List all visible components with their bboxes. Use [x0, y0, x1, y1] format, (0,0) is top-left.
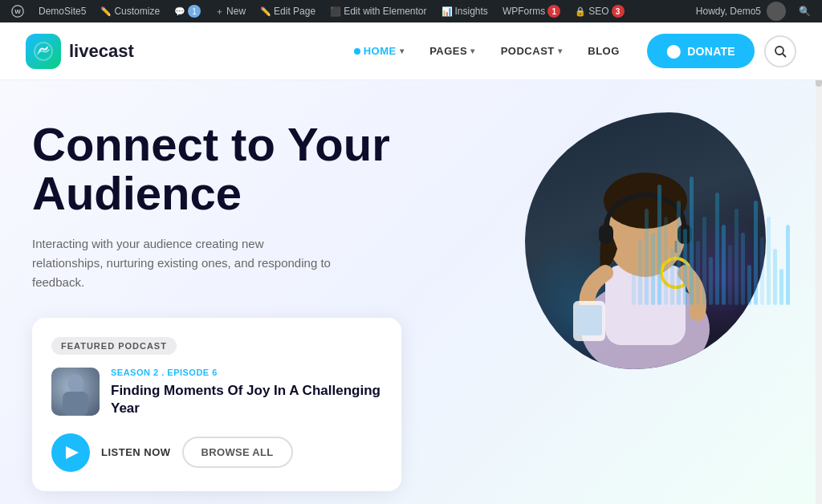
wave-bar — [683, 229, 687, 305]
wave-bar — [645, 209, 649, 305]
nav-podcast[interactable]: PODCAST ▾ — [490, 39, 574, 63]
episode-label: SEASON 2 . EPISODE 6 — [111, 368, 382, 377]
episode-info: SEASON 2 . EPISODE 6 Finding Moments Of … — [51, 368, 382, 417]
episode-thumb-image — [51, 368, 100, 416]
site-name[interactable]: DemoSite5 — [34, 0, 91, 22]
hero-image-area — [469, 96, 790, 401]
hero-subtitle: Interacting with your audience creating … — [32, 234, 337, 292]
search-admin-link[interactable]: 🔍 — [794, 6, 816, 17]
insights-link[interactable]: 📊 Insights — [437, 0, 493, 22]
nav-links: HOME ▾ PAGES ▾ PODCAST ▾ BLOG — [343, 39, 631, 63]
donate-button[interactable]: ⬤ DONATE — [647, 34, 755, 68]
nav-blog[interactable]: BLOG — [576, 39, 631, 63]
featured-podcast-card: FEATURED PODCAST SEASON 2 . EPISODE 6 Fi — [32, 318, 401, 491]
patreon-icon: ⬤ — [666, 43, 681, 59]
wave-bar — [735, 209, 739, 305]
browse-all-button[interactable]: BROWSE ALL — [182, 437, 293, 468]
seo-link[interactable]: 🔒 SEO 3 — [570, 0, 629, 22]
featured-badge: FEATURED PODCAST — [51, 337, 177, 355]
nav-home[interactable]: HOME ▾ — [343, 39, 416, 63]
svg-rect-17 — [576, 305, 602, 335]
listen-now-button[interactable]: LISTEN NOW — [101, 443, 171, 461]
main-nav: livecast HOME ▾ PAGES ▾ PODCAST ▾ BLOG ⬤… — [0, 22, 822, 80]
wave-bar — [709, 257, 713, 305]
wave-bar — [632, 273, 636, 305]
wave-bar — [690, 177, 694, 305]
nav-pages[interactable]: PAGES ▾ — [418, 39, 486, 63]
avatar — [767, 2, 786, 21]
logo-text: livecast — [69, 41, 134, 62]
wp-logo[interactable]: W — [6, 0, 29, 22]
wave-bar — [702, 217, 706, 305]
svg-line-4 — [783, 54, 786, 57]
svg-text:W: W — [14, 8, 21, 15]
wave-bar — [651, 233, 655, 305]
hero-title: Connect to Your Audience — [32, 120, 417, 218]
play-icon — [66, 446, 79, 459]
wave-bar — [664, 217, 668, 305]
wave-bar — [741, 233, 745, 305]
play-button[interactable] — [51, 433, 90, 472]
hero-section: Connect to Your Audience Interacting wit… — [0, 80, 822, 504]
card-actions: LISTEN NOW BROWSE ALL — [51, 433, 382, 472]
wave-bar — [715, 193, 719, 305]
chevron-down-icon: ▾ — [400, 47, 405, 55]
wave-bar — [728, 245, 732, 305]
edit-page-link[interactable]: ✏️ Edit Page — [255, 0, 320, 22]
svg-point-5 — [67, 374, 83, 393]
chevron-down-icon: ▾ — [470, 47, 475, 55]
episode-thumbnail — [51, 368, 100, 416]
logo-icon[interactable] — [26, 34, 61, 69]
wave-bar — [754, 201, 758, 305]
chevron-down-icon: ▾ — [558, 47, 563, 55]
wave-bar — [657, 185, 661, 305]
admin-bar: W DemoSite5 ✏️ Customize 💬 1 ＋ New ✏️ Ed… — [0, 0, 822, 22]
edit-elementor-link[interactable]: ⬛ Edit with Elementor — [325, 0, 431, 22]
episode-title: Finding Moments Of Joy In A Challenging … — [111, 382, 382, 417]
wave-bar — [722, 225, 726, 305]
wave-bar — [779, 269, 783, 305]
comments-link[interactable]: 💬 1 — [169, 0, 206, 22]
wave-bar — [670, 249, 674, 305]
wave-bar — [760, 237, 764, 305]
wave-bar — [638, 241, 642, 305]
wpforms-link[interactable]: WPForms 1 — [498, 0, 565, 22]
wave-bar — [696, 241, 700, 305]
logo-area: livecast — [26, 34, 134, 69]
episode-meta: SEASON 2 . EPISODE 6 Finding Moments Of … — [111, 368, 382, 417]
waveform-decoration — [632, 144, 790, 305]
wave-bar — [747, 265, 751, 305]
wave-bar — [677, 201, 681, 305]
customize-link[interactable]: ✏️ Customize — [96, 0, 165, 22]
wave-bar — [767, 217, 771, 305]
nav-active-dot — [354, 48, 360, 55]
wave-bar — [773, 249, 777, 305]
new-link[interactable]: ＋ New — [210, 0, 250, 22]
svg-rect-7 — [63, 392, 88, 416]
search-button[interactable] — [764, 35, 796, 67]
admin-bar-right: Howdy, Demo5 🔍 — [691, 2, 816, 21]
hero-content: Connect to Your Audience Interacting wit… — [32, 120, 417, 491]
wave-bar — [786, 225, 790, 305]
svg-rect-12 — [599, 225, 613, 244]
howdy-link[interactable]: Howdy, Demo5 — [691, 2, 791, 21]
